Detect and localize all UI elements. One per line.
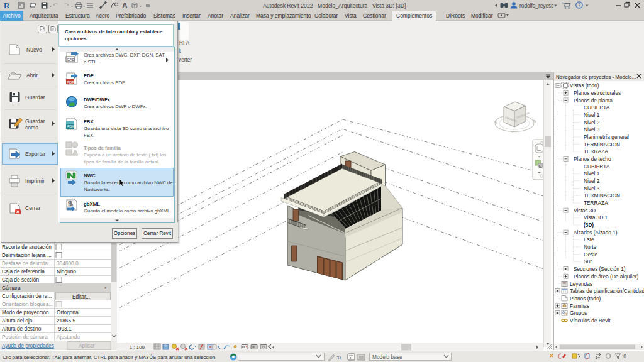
svg-text:Guarda la escena como archivo: Guarda la escena como archivo NWC de [84,180,173,185]
svg-text:Crea archivos PDF.: Crea archivos PDF. [84,80,126,85]
svg-text:Norte: Norte [584,244,597,250]
svg-text:Planos (todo): Planos (todo) [570,295,601,302]
svg-text:Recorte de anotación: Recorte de anotación [2,244,52,250]
svg-text:Vistas 3D: Vistas 3D [574,207,596,214]
svg-text:Editar...: Editar... [72,293,90,300]
svg-text:Vínculos de Revit: Vínculos de Revit [570,317,611,324]
svg-text:Ayuda de propiedades: Ayuda de propiedades [2,343,54,349]
svg-text:Ninguno: Ninguno [57,268,76,275]
svg-text:Nuevo: Nuevo [26,47,42,53]
svg-text:DWF/DWFx: DWF/DWFx [84,97,111,102]
svg-text:PDF: PDF [84,73,94,79]
svg-text:Este: Este [584,236,594,243]
svg-text:Imprimir: Imprimir [25,178,45,184]
svg-text:TERRAZA: TERRAZA [584,200,608,206]
svg-text:Tipos de familia: Tipos de familia [84,145,121,151]
svg-text::0: :0 [622,353,626,359]
svg-text:Nivel 3: Nivel 3 [584,185,600,192]
svg-text:Nivel 3: Nivel 3 [584,126,600,133]
svg-text:Crea archivos DWG, DXF, DGN, S: Crea archivos DWG, DXF, DGN, SAT [84,52,165,58]
svg-text:rodolfo_reyesc: rodolfo_reyesc [519,3,553,9]
svg-text:FBX: FBX [84,119,94,124]
svg-text:Vistas (todo): Vistas (todo) [570,82,599,89]
svg-text:Vista 3D 1: Vista 3D 1 [584,214,608,221]
svg-text:Autodesk Revit 2022 - Modelo_A: Autodesk Revit 2022 - Modelo_Arquitectur… [263,3,406,9]
svg-text:FBX.: FBX. [84,133,94,138]
svg-text:NWC: NWC [84,173,96,178]
svg-text:Cámara: Cámara [2,285,21,291]
svg-text:21865.5: 21865.5 [57,317,75,324]
svg-text:tipos de familia de la familia: tipos de familia de la familia actual. [84,159,160,165]
svg-text:Altura de destino: Altura de destino [2,326,42,332]
svg-text:Guarda el modelo como archivo: Guarda el modelo como archivo gbXML. [84,208,172,214]
svg-text:Exportar: Exportar [25,151,46,157]
svg-text:Navisworks.: Navisworks. [84,187,110,192]
svg-text:CUBIERTA: CUBIERTA [584,104,610,111]
svg-text:Guardar: Guardar [25,94,45,101]
svg-text:Tablas de planificación/Cantid: Tablas de planificación/Cantidad [570,288,644,294]
svg-text:Familias: Familias [570,303,589,309]
svg-text:Desfase de delimita...: Desfase de delimita... [2,260,52,266]
svg-text:Alzados (Alzado 1): Alzados (Alzado 1) [574,229,618,236]
svg-text:R: R [4,1,10,10]
svg-text:CAD: CAD [67,58,75,62]
svg-text:Guardar: Guardar [25,118,45,124]
svg-text:Oeste: Oeste [584,251,598,258]
svg-text:Nivel 2: Nivel 2 [584,119,600,126]
svg-text:A: A [122,1,128,10]
svg-text:Grupos: Grupos [570,310,587,316]
svg-text:Orientación bloquea...: Orientación bloquea... [2,301,53,307]
svg-text:Abrir: Abrir [26,72,38,79]
svg-text:Leyendas: Leyendas [570,281,592,287]
svg-text:Modo de proyección: Modo de proyección [2,309,49,315]
svg-text:PDF: PDF [67,80,74,84]
svg-text:Caja de sección: Caja de sección [2,277,39,283]
svg-text:?: ? [578,2,581,8]
svg-text:FBX: FBX [67,124,74,128]
svg-text:Ajustando: Ajustando [57,334,80,340]
svg-text:Guarda una vista 3D como una a: Guarda una vista 3D como una archivo [84,126,169,131]
svg-text:*: * [104,286,106,292]
svg-text:Nivel 2: Nivel 2 [584,178,600,184]
svg-text:como: como [25,124,38,131]
svg-text:TERRAZA: TERRAZA [584,148,608,155]
svg-text:TERMINACION: TERMINACION [584,192,620,199]
svg-text:Secciones (Sección 1): Secciones (Sección 1) [574,266,626,272]
svg-text:Exporta a un archivo de texto: Exporta a un archivo de texto (.txt) los [84,152,166,158]
svg-text:Navegador de proyectos - Model: Navegador de proyectos - Modelo... [556,74,636,80]
svg-text:-993.1: -993.1 [57,326,72,332]
svg-text:Planos estructurales: Planos estructurales [574,90,621,96]
svg-text:Caja de referencia: Caja de referencia [2,268,45,275]
svg-text:Planos de área (De alquiler): Planos de área (De alquiler) [574,273,639,280]
svg-text:Cerrar: Cerrar [25,205,40,211]
svg-text:XML: XML [68,204,74,207]
svg-text:Planos de techo: Planos de techo [574,156,611,162]
svg-text:304800.0: 304800.0 [57,260,79,266]
svg-text:Configuración de re...: Configuración de re... [2,293,52,299]
svg-text:Nivel 1: Nivel 1 [584,112,600,118]
svg-text:TERMINACION: TERMINACION [584,141,620,148]
svg-text::0: :0 [336,354,341,361]
svg-text:(3D): (3D) [584,222,594,228]
svg-text:Delimitación lejana ...: Delimitación lejana ... [2,252,52,258]
svg-text:Sur: Sur [584,258,592,265]
svg-text:Posición de cámara: Posición de cámara [2,334,48,340]
svg-text:Crea archivos DWF o DWFx.: Crea archivos DWF o DWFx. [84,104,147,109]
svg-text:Ortogonal: Ortogonal [57,309,80,315]
svg-text:Nivel 1: Nivel 1 [584,170,600,177]
svg-text:Planos de planta: Planos de planta [574,97,613,104]
svg-text:o STL.: o STL. [84,59,98,65]
svg-text:CUBIERTA: CUBIERTA [584,163,610,170]
svg-text:Planimetría general: Planimetría general [584,134,629,140]
svg-text:Altura del ojo: Altura del ojo [2,317,33,324]
svg-text:gbXML: gbXML [84,201,100,207]
svg-text:Aplicar: Aplicar [79,343,95,349]
